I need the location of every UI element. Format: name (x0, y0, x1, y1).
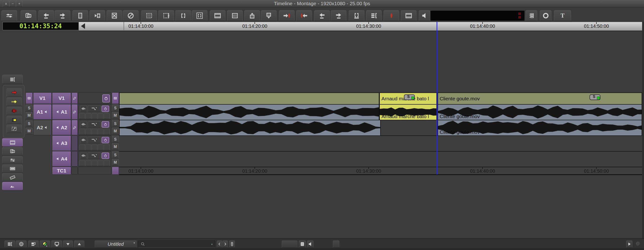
toggle-source-record-timeline[interactable] (28, 240, 38, 248)
track-A2-waveform-button[interactable] (80, 121, 87, 128)
track-A2-slot[interactable] (79, 129, 85, 135)
track-A4-waveform-button[interactable] (80, 153, 87, 159)
track-A2-monitor-button[interactable] (102, 121, 109, 128)
focus[interactable] (16, 240, 26, 248)
audio-meter-toggle[interactable] (419, 10, 430, 21)
track-A4-mute-right[interactable]: M (112, 159, 119, 166)
effect-mode[interactable] (7, 124, 22, 133)
track-A1-automation-button[interactable] (88, 105, 100, 112)
track-A1-waveform-button[interactable] (80, 105, 87, 112)
track-A1-slot[interactable] (92, 113, 97, 119)
playhead[interactable] (436, 22, 437, 175)
timeline-clip[interactable]: Cliente goute.mov (438, 105, 642, 120)
go-to-in[interactable] (314, 10, 330, 21)
track-A3-slot[interactable] (98, 145, 104, 150)
track-A1-solo-left[interactable]: S (26, 105, 33, 111)
quality-wide[interactable] (282, 240, 298, 248)
track-V1-monitor-button[interactable] (102, 94, 110, 102)
timeline-clip[interactable] (119, 105, 379, 120)
track-A1-mute-left[interactable]: M (26, 112, 33, 119)
track-A4-slot[interactable] (79, 160, 85, 166)
track-A3-slot[interactable] (104, 145, 110, 150)
go-previous-event[interactable] (38, 10, 54, 21)
timeline-menu[interactable] (4, 240, 15, 248)
track-V1-right-selector[interactable] (112, 92, 119, 104)
track-A2-solo-right[interactable]: S (112, 120, 119, 127)
track-A1-slot[interactable] (79, 113, 85, 119)
track-A2-automation-button[interactable] (88, 121, 100, 128)
segment-effect-badge[interactable]: S (590, 94, 600, 100)
effect-grid-adjust[interactable] (158, 10, 174, 21)
clear-marks[interactable] (366, 10, 382, 21)
device-button[interactable] (229, 240, 235, 248)
a1-track-row[interactable]: Arnaud marche bato lCliente goute.mov (119, 104, 642, 120)
meter-menu[interactable] (526, 10, 537, 21)
track-A3-monitor-button[interactable] (102, 137, 109, 143)
track-A3-mute-right[interactable]: M (112, 143, 119, 150)
speaker-small[interactable] (307, 240, 314, 248)
audio-mixer[interactable] (2, 156, 23, 164)
previous-result-button[interactable] (217, 240, 222, 248)
find-bin[interactable] (20, 10, 36, 21)
track-A3-slot[interactable] (79, 145, 85, 150)
a2-track-row[interactable]: Cliente goute.mov (119, 120, 642, 136)
a4-track-row[interactable] (119, 151, 642, 167)
track-A4-record-selector[interactable]: A4 (52, 151, 71, 167)
track-A2-source-selector[interactable]: A2 (33, 120, 52, 135)
timeline-fast-menu[interactable] (2, 75, 23, 84)
segment-splice-mode[interactable] (7, 97, 22, 106)
track-A2-slot[interactable] (104, 129, 110, 135)
search-options-icon[interactable]: ▾ (211, 243, 212, 246)
track-A1-mute-right[interactable]: M (112, 112, 119, 119)
mark-clip-up[interactable] (244, 10, 260, 21)
track-panel-down[interactable] (63, 240, 73, 248)
find-bin-left[interactable] (2, 147, 23, 155)
track-V1-source-selector[interactable]: V1 (33, 92, 52, 104)
track-A4-pencil-cell[interactable] (72, 151, 78, 167)
timeline-clip[interactable] (119, 93, 379, 104)
track-A3-pencil-cell[interactable] (72, 136, 78, 151)
track-A1-slot[interactable] (98, 113, 104, 119)
source-record-mode[interactable] (210, 10, 226, 21)
track-A1-pencil-cell[interactable] (72, 104, 78, 119)
track-A4-solo-right[interactable]: S (112, 152, 119, 159)
a3-track-row[interactable] (119, 136, 642, 151)
source-record-toggle[interactable] (2, 138, 23, 147)
timeline-clip[interactable]: Cliente goute.mov (438, 120, 642, 136)
dup-frame[interactable] (227, 10, 243, 21)
track-V1-record-selector[interactable]: V1 (52, 92, 71, 104)
track-A2-pencil-cell[interactable] (72, 120, 78, 135)
track-panel-up[interactable] (74, 240, 84, 248)
ripple-trim[interactable] (7, 116, 22, 124)
waveform-toggle[interactable] (2, 182, 23, 190)
mark-in[interactable] (279, 10, 294, 21)
go-next-event[interactable] (55, 10, 70, 21)
track-A3-automation-button[interactable] (88, 137, 100, 143)
segment-overwrite-mode[interactable] (7, 88, 22, 97)
audio-sliders[interactable] (2, 10, 17, 21)
video-quality[interactable] (40, 240, 50, 248)
track-A4-slot[interactable] (92, 160, 97, 166)
track-A1-slot[interactable] (86, 113, 91, 119)
track-A2-mute-left[interactable]: M (26, 128, 33, 135)
track-A3-slot[interactable] (92, 145, 97, 150)
track-A4-monitor-button[interactable] (102, 153, 109, 159)
timeline-clip[interactable] (119, 120, 381, 136)
monitor-bright[interactable] (299, 240, 306, 248)
mark-out[interactable] (296, 10, 312, 21)
effect-grid[interactable] (141, 10, 157, 21)
disable-toggle[interactable] (123, 10, 138, 21)
text-tool[interactable]: T (554, 10, 571, 21)
track-V1-pencil-cell[interactable] (72, 92, 78, 104)
timeline-ruler[interactable]: 01:14:35:24 01:14:10:0001:14:20:0001:14:… (0, 22, 644, 31)
play-in-to-out[interactable] (349, 10, 364, 21)
track-A1-source-selector[interactable]: A1 (33, 104, 52, 119)
timeline-clip[interactable]: Cliente goute.movS (438, 93, 642, 104)
timeline-clip[interactable]: Arnaud marche bato lS (379, 93, 437, 104)
timeline-search-input[interactable]: ▾ (138, 240, 215, 248)
track-A4-automation-button[interactable] (88, 153, 100, 159)
go-to-out[interactable] (331, 10, 346, 21)
match-frame[interactable] (401, 10, 416, 21)
track-TC1-record-selector[interactable]: TC1 (52, 167, 71, 175)
track-A3-slot[interactable] (86, 145, 91, 150)
